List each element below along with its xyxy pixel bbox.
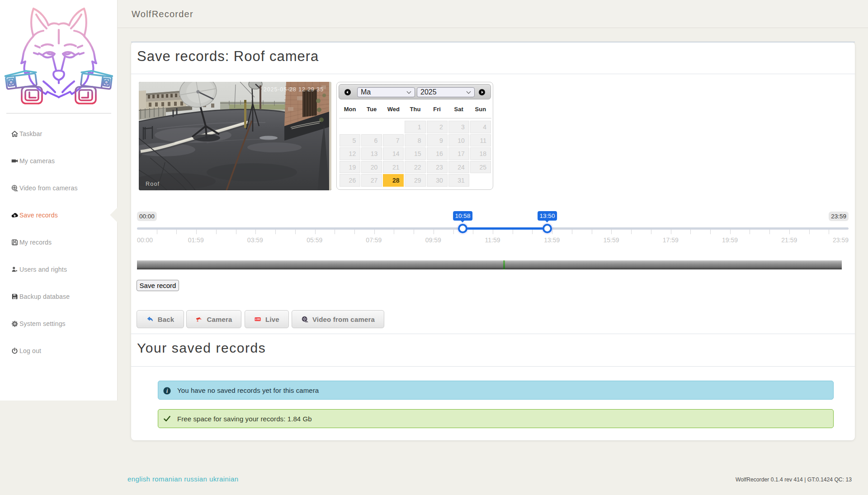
svg-text:Roof: Roof [146, 181, 160, 187]
svg-text:2025-05-28 12 29 35: 2025-05-28 12 29 35 [264, 86, 324, 93]
svg-text:LIVE: LIVE [255, 318, 260, 321]
